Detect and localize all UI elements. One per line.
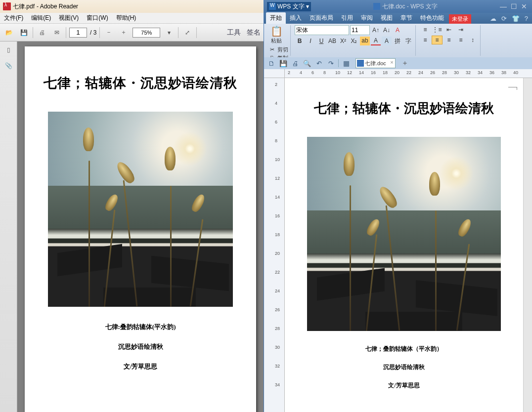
thumbnails-icon[interactable]: ▯ [7,46,10,53]
save-icon[interactable]: 💾 [279,59,288,68]
open-icon[interactable]: 📂 [3,27,15,39]
zoom-input[interactable] [133,28,160,38]
menu-file[interactable]: 文件(F) [2,13,25,23]
ruler-mark: 40 [513,70,518,75]
wps-ribbon: 📋 粘贴 ✂剪切 ⎘复制 🖌 格式刷 A↑ A↓ A [264,24,532,57]
line-spacing-button[interactable]: ↕ [467,36,478,44]
tab-chapter[interactable]: 章节 [397,12,416,24]
ruler-mark: 12 [275,176,280,181]
underline-button[interactable]: U [316,37,326,45]
adobe-doc-viewport[interactable]: 七律；轱辘体・沉思妙语绘清秋 七律:叠韵轱辘体(平水韵) 沉思妙语绘清秋 文/芳… [17,41,264,412]
cut-label: 剪切 [277,46,288,53]
separator [178,27,178,38]
wps-doc-title: 七律；轱辘体・沉思妙语绘清秋 [314,100,494,117]
border-char-button[interactable]: 字 [403,37,413,45]
undo-icon[interactable]: ↶ [314,59,323,68]
help-icon[interactable]: ? [525,15,528,22]
wps-titlebar: WPS 文字 ▾ 七律.doc - WPS 文字 — ☐ ✕ [264,0,532,13]
strike-button[interactable]: AB [327,37,337,45]
wps-ruler-h[interactable]: 246810121416182022242628303234363840 [264,69,532,78]
cut-button[interactable]: ✂剪切 [268,45,288,53]
close-icon[interactable]: ✕ [521,2,527,10]
shrink-font-icon[interactable]: A↓ [382,26,392,35]
fit-icon[interactable]: ⤢ [181,27,193,39]
align-justify-button[interactable]: ≡ [455,36,466,44]
tab-layout[interactable]: 页面布局 [306,12,337,24]
indent-inc-button[interactable]: ⇥ [455,25,466,34]
ruler-corner [264,69,285,78]
mail-icon[interactable]: ✉ [51,27,63,39]
indent-dec-button[interactable]: ⇤ [443,25,454,34]
save-icon[interactable]: 💾 [18,27,30,39]
highlight-button[interactable]: ab [360,37,370,45]
grow-font-icon[interactable]: A↑ [371,26,381,35]
shirt-icon[interactable]: 👕 [512,15,520,22]
paste-button[interactable]: 📋 粘贴 [268,25,285,44]
clear-format-icon[interactable]: A [393,26,402,35]
wps-logo[interactable]: WPS 文字 ▾ [267,2,311,11]
ruler-mark: 2 [288,70,290,75]
new-icon[interactable]: 🗋 [267,59,276,68]
ruler-mark: 12 [347,70,352,75]
tab-start[interactable]: 开始 [266,12,286,24]
subscript-button[interactable]: X₂ [349,37,359,45]
menu-help[interactable]: 帮助(H) [114,13,138,23]
cloud-icon[interactable]: ☁ [490,15,496,22]
doc-icon [357,60,364,67]
page-total: / 3 [90,29,96,36]
numbering-button[interactable]: ⋮≡ [432,25,443,34]
tab-review[interactable]: 审阅 [357,12,377,24]
menu-view[interactable]: 视图(V) [57,13,81,23]
menu-window[interactable]: 窗口(W) [85,13,110,23]
window-controls: — ☐ ✕ [500,2,529,10]
print-icon[interactable]: 🖨 [36,27,48,39]
bold-button[interactable]: B [295,37,305,45]
maximize-icon[interactable]: ☐ [511,2,517,10]
ruler-mark: 22 [275,270,280,275]
ruler-mark: 10 [335,70,340,75]
wps-scrollbar-v[interactable] [523,78,532,412]
page-input[interactable] [69,28,87,38]
tab-insert[interactable]: 插入 [286,12,306,24]
font-color-button[interactable]: A [371,37,381,45]
paste-label: 粘贴 [271,37,282,44]
align-left-button[interactable]: ≡ [420,36,431,44]
font-size-select[interactable] [350,25,370,35]
preview-icon[interactable]: 🔍 [303,59,311,68]
minimize-icon[interactable]: — [500,2,507,10]
zoom-in-icon[interactable]: ＋ [118,27,130,39]
tab-ref[interactable]: 引用 [337,12,357,24]
close-tab-icon[interactable]: × [390,59,393,65]
attachment-icon[interactable]: 📎 [5,62,12,69]
align-right-button[interactable]: ≡ [443,36,454,44]
menu-edit[interactable]: 编辑(E) [29,13,53,23]
doc-author: 文/芳草思思 [124,362,158,371]
file-tab[interactable]: 七律.doc × [355,58,396,68]
tools-button[interactable]: 工具 [227,28,241,37]
new-tab-button[interactable]: ＋ [399,59,411,68]
bullets-button[interactable]: ≡ [420,25,431,34]
italic-button[interactable]: I [306,37,315,45]
separator [99,27,100,38]
ruler-mark: 6 [275,120,277,124]
wps-doc-icon[interactable]: ▦ [342,59,351,68]
ruby-button[interactable]: 拼 [393,37,402,45]
shading-button[interactable]: A [382,37,392,45]
sign-button[interactable]: 签名 [247,28,261,37]
font-name-select[interactable] [295,25,349,35]
tab-special[interactable]: 特色功能 [416,12,448,24]
ruler-mark: 2 [275,82,277,87]
zoom-out-icon[interactable]: － [103,27,115,39]
tab-view[interactable]: 视图 [377,12,397,24]
print-icon[interactable]: 🖨 [291,59,300,68]
zoom-dropdown-icon[interactable]: ▾ [163,27,175,39]
align-center-button[interactable]: ≡ [432,36,443,44]
redo-icon[interactable]: ↷ [326,59,335,68]
ruler-mark: 32 [466,70,471,75]
wps-page-viewport[interactable]: 七律；轱辘体・沉思妙语绘清秋 七律；叠韵轱辘体（平水韵） 沉思妙语绘清秋 文/芳… [285,78,523,412]
superscript-button[interactable]: X² [338,37,348,45]
wps-ruler-v[interactable]: 246810121416182022242628303234 [264,78,285,412]
login-button[interactable]: 未登录 [449,14,471,24]
adobe-titlebar: 七律.pdf - Adobe Reader [0,0,264,13]
refresh-icon[interactable]: ⟳ [501,15,507,22]
